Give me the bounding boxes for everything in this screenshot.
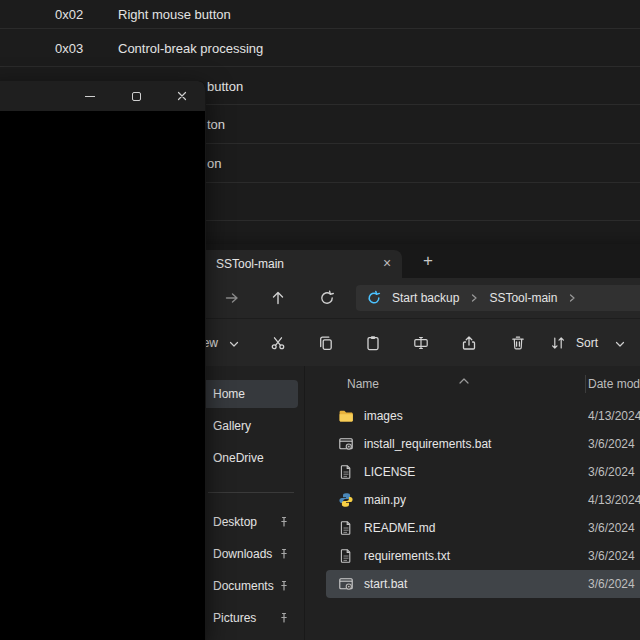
sidebar-item-onedrive[interactable]: OneDrive bbox=[194, 444, 298, 472]
chevron-right-icon[interactable] bbox=[469, 293, 479, 303]
maximize-icon bbox=[132, 92, 141, 101]
file-date: 3/6/2024 bbox=[588, 430, 635, 458]
keycode-description: Control-break processing bbox=[118, 40, 263, 55]
sidebar-item-gallery[interactable]: Gallery bbox=[194, 412, 298, 440]
file-row-images[interactable]: images 4/13/2024 bbox=[326, 402, 640, 430]
sidebar-item-label: Gallery bbox=[213, 412, 251, 440]
rename-icon bbox=[413, 335, 429, 351]
file-row-license[interactable]: LICENSE 3/6/2024 bbox=[326, 458, 640, 486]
file-row-requirements-txt[interactable]: requirements.txt 3/6/2024 bbox=[326, 542, 640, 570]
refresh-button[interactable] bbox=[311, 282, 343, 314]
copy-icon bbox=[318, 335, 334, 351]
sidebar-item-pictures[interactable]: Pictures bbox=[194, 604, 298, 632]
file-date: 4/13/2024 bbox=[588, 402, 640, 430]
text-file-icon bbox=[338, 548, 354, 564]
sidebar-item-label: OneDrive bbox=[213, 444, 264, 472]
sort-button-label: Sort bbox=[576, 331, 598, 355]
refresh-icon bbox=[319, 290, 335, 306]
scissors-icon bbox=[270, 335, 286, 351]
forward-button[interactable] bbox=[216, 282, 248, 314]
close-button[interactable] bbox=[159, 81, 205, 111]
keycode-description-fragment: on bbox=[207, 156, 221, 171]
column-header-date[interactable]: Date modified bbox=[588, 372, 640, 396]
file-row-start-bat[interactable]: start.bat 3/6/2024 bbox=[326, 570, 640, 598]
share-icon bbox=[461, 335, 477, 351]
file-row-main-py[interactable]: main.py 4/13/2024 bbox=[326, 486, 640, 514]
file-name: LICENSE bbox=[364, 458, 415, 486]
tab-bar: SSTool-main × + bbox=[130, 244, 640, 278]
bat-file-icon bbox=[338, 576, 354, 592]
file-name: main.py bbox=[364, 486, 406, 514]
screen: 0x02 Right mouse button 0x03 Control-bre… bbox=[0, 0, 640, 640]
window-titlebar[interactable] bbox=[0, 81, 205, 111]
sidebar-item-home[interactable]: Home bbox=[194, 380, 298, 408]
cut-button[interactable] bbox=[266, 331, 290, 355]
trash-icon bbox=[510, 335, 526, 351]
arrow-right-icon bbox=[224, 290, 240, 306]
minimize-icon bbox=[85, 96, 95, 97]
folder-icon bbox=[338, 408, 354, 424]
up-button[interactable] bbox=[262, 282, 294, 314]
arrow-up-icon bbox=[270, 290, 286, 306]
keycode-row: 0x02 Right mouse button bbox=[0, 0, 640, 29]
chevron-down-icon bbox=[228, 338, 240, 350]
sidebar-item-label: Downloads bbox=[213, 540, 272, 568]
sidebar-separator bbox=[304, 366, 305, 640]
text-file-icon bbox=[338, 520, 354, 536]
file-row-readme-md[interactable]: README.md 3/6/2024 bbox=[326, 514, 640, 542]
breadcrumb-segment-sstool-main[interactable]: SSTool-main bbox=[489, 291, 557, 305]
window-content bbox=[0, 111, 205, 640]
file-row-install-requirements-bat[interactable]: install_requirements.bat 3/6/2024 bbox=[326, 430, 640, 458]
file-date: 3/6/2024 bbox=[588, 570, 635, 598]
file-name: start.bat bbox=[364, 570, 407, 598]
minimize-button[interactable] bbox=[67, 81, 113, 111]
sort-ascending-icon bbox=[458, 371, 470, 379]
pin-icon bbox=[278, 516, 290, 528]
keycode-description-fragment: ton bbox=[207, 117, 225, 132]
pin-icon bbox=[278, 580, 290, 592]
tab-title: SSTool-main bbox=[216, 250, 284, 278]
paste-icon bbox=[365, 335, 381, 351]
paste-button[interactable] bbox=[361, 331, 385, 355]
copy-button[interactable] bbox=[314, 331, 338, 355]
python-file-icon bbox=[338, 492, 354, 508]
sidebar-item-downloads[interactable]: Downloads bbox=[194, 540, 298, 568]
keycode-code: 0x03 bbox=[55, 40, 83, 55]
overlay-window bbox=[0, 80, 206, 640]
file-date: 4/13/2024 bbox=[588, 486, 640, 514]
new-tab-button[interactable]: + bbox=[416, 249, 440, 273]
tab-close-button[interactable]: × bbox=[376, 250, 398, 278]
sidebar-divider bbox=[208, 492, 294, 493]
pin-icon bbox=[278, 612, 290, 624]
column-resize-handle[interactable] bbox=[585, 375, 586, 393]
sort-icon bbox=[550, 335, 566, 351]
keycode-row: 0x03 Control-break processing bbox=[0, 29, 640, 67]
breadcrumb-bar[interactable]: Start backup SSTool-main bbox=[356, 285, 640, 311]
chevron-down-icon bbox=[614, 338, 626, 350]
text-file-icon bbox=[338, 464, 354, 480]
share-button[interactable] bbox=[457, 331, 481, 355]
sidebar-item-label: Desktop bbox=[213, 508, 257, 536]
bat-file-icon bbox=[338, 436, 354, 452]
sidebar-item-label: Pictures bbox=[213, 604, 256, 632]
breadcrumb-segment-start-backup[interactable]: Start backup bbox=[392, 291, 459, 305]
file-date: 3/6/2024 bbox=[588, 458, 635, 486]
chevron-right-icon[interactable] bbox=[567, 293, 577, 303]
sidebar-item-desktop[interactable]: Desktop bbox=[194, 508, 298, 536]
file-name: README.md bbox=[364, 514, 435, 542]
file-date: 3/6/2024 bbox=[588, 542, 635, 570]
sidebar-item-label: Home bbox=[213, 380, 245, 408]
explorer-body: Home Gallery OneDrive Desktop Downloads … bbox=[130, 366, 640, 640]
maximize-button[interactable] bbox=[113, 81, 159, 111]
file-name: images bbox=[364, 402, 403, 430]
keycode-description-fragment: button bbox=[207, 78, 243, 93]
column-header-name[interactable]: Name bbox=[347, 372, 379, 396]
file-explorer-window: SSTool-main × + Start backup bbox=[130, 244, 640, 640]
file-name: requirements.txt bbox=[364, 542, 450, 570]
rename-button[interactable] bbox=[409, 331, 433, 355]
sidebar-item-documents[interactable]: Documents bbox=[194, 572, 298, 600]
navigation-bar: Start backup SSTool-main bbox=[130, 278, 640, 318]
file-date: 3/6/2024 bbox=[588, 514, 635, 542]
sync-icon bbox=[366, 290, 382, 306]
delete-button[interactable] bbox=[506, 331, 530, 355]
